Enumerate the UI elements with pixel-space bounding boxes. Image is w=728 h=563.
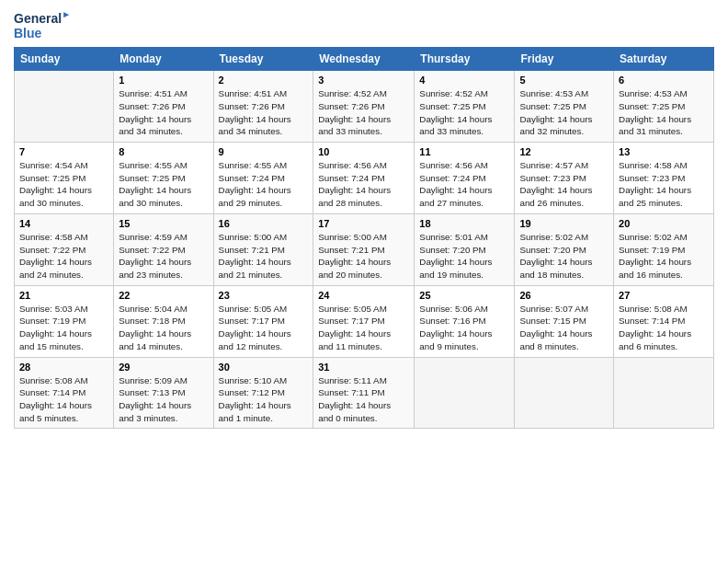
calendar-day-cell: 9Sunrise: 4:55 AMSunset: 7:24 PMDaylight… (213, 143, 313, 214)
day-number: 24 (318, 290, 409, 301)
day-info-text: Sunrise: 5:07 AMSunset: 7:15 PMDaylight:… (519, 303, 609, 353)
day-info-text: Sunrise: 5:08 AMSunset: 7:14 PMDaylight:… (19, 374, 108, 425)
day-info-text: Sunrise: 5:00 AMSunset: 7:21 PMDaylight:… (219, 231, 309, 282)
weekday-header-cell: Wednesday (313, 48, 415, 71)
day-info-text: Sunrise: 5:02 AMSunset: 7:20 PMDaylight:… (519, 231, 609, 282)
day-number: 30 (219, 362, 309, 373)
day-info-text: Sunrise: 4:57 AMSunset: 7:23 PMDaylight:… (519, 159, 609, 210)
weekday-header-cell: Sunday (15, 48, 114, 71)
day-number: 22 (119, 290, 208, 301)
day-info-text: Sunrise: 5:11 AMSunset: 7:11 PMDaylight:… (318, 374, 409, 425)
day-number: 14 (19, 218, 108, 229)
weekday-header-cell: Tuesday (213, 48, 313, 71)
day-number: 26 (519, 290, 609, 301)
day-number: 1 (119, 75, 208, 86)
calendar-day-cell: 5Sunrise: 4:53 AMSunset: 7:25 PMDaylight… (515, 71, 614, 143)
day-info-text: Sunrise: 5:09 AMSunset: 7:13 PMDaylight:… (119, 374, 208, 425)
calendar-day-cell: 6Sunrise: 4:53 AMSunset: 7:25 PMDaylight… (614, 71, 714, 143)
day-info-text: Sunrise: 4:55 AMSunset: 7:25 PMDaylight:… (119, 159, 208, 210)
calendar-day-cell: 7Sunrise: 4:54 AMSunset: 7:25 PMDaylight… (15, 143, 114, 214)
day-number: 12 (519, 146, 609, 157)
day-number: 6 (619, 75, 709, 86)
day-info-text: Sunrise: 4:56 AMSunset: 7:24 PMDaylight:… (318, 159, 409, 210)
calendar-day-cell: 16Sunrise: 5:00 AMSunset: 7:21 PMDayligh… (213, 213, 313, 285)
day-number: 2 (219, 75, 309, 86)
day-info-text: Sunrise: 4:52 AMSunset: 7:25 PMDaylight:… (419, 87, 509, 138)
calendar-day-cell: 29Sunrise: 5:09 AMSunset: 7:13 PMDayligh… (114, 357, 213, 429)
day-info-text: Sunrise: 5:05 AMSunset: 7:17 PMDaylight:… (318, 303, 409, 353)
calendar-day-cell: 21Sunrise: 5:03 AMSunset: 7:19 PMDayligh… (15, 285, 114, 357)
calendar-week-row: 21Sunrise: 5:03 AMSunset: 7:19 PMDayligh… (15, 285, 714, 357)
day-info-text: Sunrise: 5:04 AMSunset: 7:18 PMDaylight:… (119, 303, 208, 353)
day-number: 23 (219, 290, 309, 301)
calendar-day-cell (515, 357, 614, 429)
calendar-week-row: 1Sunrise: 4:51 AMSunset: 7:26 PMDaylight… (15, 71, 714, 143)
weekday-header-cell: Monday (114, 48, 213, 71)
calendar-day-cell: 14Sunrise: 4:58 AMSunset: 7:22 PMDayligh… (15, 213, 114, 285)
day-info-text: Sunrise: 5:03 AMSunset: 7:19 PMDaylight:… (19, 303, 108, 353)
day-info-text: Sunrise: 4:58 AMSunset: 7:22 PMDaylight:… (19, 231, 108, 282)
day-number: 27 (619, 290, 709, 301)
calendar-day-cell: 22Sunrise: 5:04 AMSunset: 7:18 PMDayligh… (114, 285, 213, 357)
day-info-text: Sunrise: 5:06 AMSunset: 7:16 PMDaylight:… (419, 303, 509, 353)
calendar-day-cell: 17Sunrise: 5:00 AMSunset: 7:21 PMDayligh… (313, 213, 415, 285)
day-info-text: Sunrise: 5:05 AMSunset: 7:17 PMDaylight:… (219, 303, 309, 353)
calendar-body: 1Sunrise: 4:51 AMSunset: 7:26 PMDaylight… (15, 71, 714, 429)
day-number: 15 (119, 218, 208, 229)
day-number: 17 (318, 218, 409, 229)
day-info-text: Sunrise: 5:08 AMSunset: 7:14 PMDaylight:… (619, 303, 709, 353)
calendar-week-row: 7Sunrise: 4:54 AMSunset: 7:25 PMDaylight… (15, 143, 714, 214)
logo-general: General► (14, 9, 71, 26)
weekday-header-row: SundayMondayTuesdayWednesdayThursdayFrid… (15, 48, 714, 71)
day-number: 4 (419, 75, 509, 86)
day-number: 31 (318, 362, 409, 373)
calendar-day-cell: 8Sunrise: 4:55 AMSunset: 7:25 PMDaylight… (114, 143, 213, 214)
calendar-day-cell: 18Sunrise: 5:01 AMSunset: 7:20 PMDayligh… (415, 213, 515, 285)
calendar-day-cell: 19Sunrise: 5:02 AMSunset: 7:20 PMDayligh… (515, 213, 614, 285)
calendar-table: SundayMondayTuesdayWednesdayThursdayFrid… (14, 47, 714, 429)
weekday-header-cell: Saturday (614, 48, 714, 71)
page-header: General► Blue (14, 9, 714, 41)
day-info-text: Sunrise: 5:02 AMSunset: 7:19 PMDaylight:… (619, 231, 709, 282)
calendar-day-cell: 25Sunrise: 5:06 AMSunset: 7:16 PMDayligh… (415, 285, 515, 357)
day-number: 28 (19, 362, 108, 373)
day-info-text: Sunrise: 5:01 AMSunset: 7:20 PMDaylight:… (419, 231, 509, 282)
calendar-day-cell: 12Sunrise: 4:57 AMSunset: 7:23 PMDayligh… (515, 143, 614, 214)
weekday-header-cell: Friday (515, 48, 614, 71)
day-info-text: Sunrise: 4:56 AMSunset: 7:24 PMDaylight:… (419, 159, 509, 210)
day-info-text: Sunrise: 4:53 AMSunset: 7:25 PMDaylight:… (619, 87, 709, 138)
day-number: 7 (19, 146, 108, 157)
calendar-day-cell (614, 357, 714, 429)
day-info-text: Sunrise: 5:00 AMSunset: 7:21 PMDaylight:… (318, 231, 409, 282)
calendar-day-cell: 28Sunrise: 5:08 AMSunset: 7:14 PMDayligh… (15, 357, 114, 429)
logo: General► Blue (14, 9, 71, 41)
day-info-text: Sunrise: 4:51 AMSunset: 7:26 PMDaylight:… (119, 87, 208, 138)
day-number: 5 (519, 75, 609, 86)
calendar-day-cell: 30Sunrise: 5:10 AMSunset: 7:12 PMDayligh… (213, 357, 313, 429)
day-info-text: Sunrise: 4:58 AMSunset: 7:23 PMDaylight:… (619, 159, 709, 210)
day-number: 8 (119, 146, 208, 157)
calendar-day-cell: 24Sunrise: 5:05 AMSunset: 7:17 PMDayligh… (313, 285, 415, 357)
day-number: 25 (419, 290, 509, 301)
day-number: 13 (619, 146, 709, 157)
logo-text-block: General► Blue (14, 9, 71, 41)
calendar-week-row: 28Sunrise: 5:08 AMSunset: 7:14 PMDayligh… (15, 357, 714, 429)
day-info-text: Sunrise: 4:53 AMSunset: 7:25 PMDaylight:… (519, 87, 609, 138)
day-number: 18 (419, 218, 509, 229)
day-info-text: Sunrise: 4:54 AMSunset: 7:25 PMDaylight:… (19, 159, 108, 210)
day-number: 29 (119, 362, 208, 373)
calendar-day-cell: 15Sunrise: 4:59 AMSunset: 7:22 PMDayligh… (114, 213, 213, 285)
day-info-text: Sunrise: 5:10 AMSunset: 7:12 PMDaylight:… (219, 374, 309, 425)
day-number: 21 (19, 290, 108, 301)
day-number: 9 (219, 146, 309, 157)
day-number: 16 (219, 218, 309, 229)
calendar-day-cell (15, 71, 114, 143)
calendar-day-cell (415, 357, 515, 429)
day-info-text: Sunrise: 4:59 AMSunset: 7:22 PMDaylight:… (119, 231, 208, 282)
logo-blue: Blue (14, 26, 71, 41)
calendar-day-cell: 31Sunrise: 5:11 AMSunset: 7:11 PMDayligh… (313, 357, 415, 429)
calendar-day-cell: 20Sunrise: 5:02 AMSunset: 7:19 PMDayligh… (614, 213, 714, 285)
calendar-day-cell: 27Sunrise: 5:08 AMSunset: 7:14 PMDayligh… (614, 285, 714, 357)
day-number: 3 (318, 75, 409, 86)
day-number: 10 (318, 146, 409, 157)
